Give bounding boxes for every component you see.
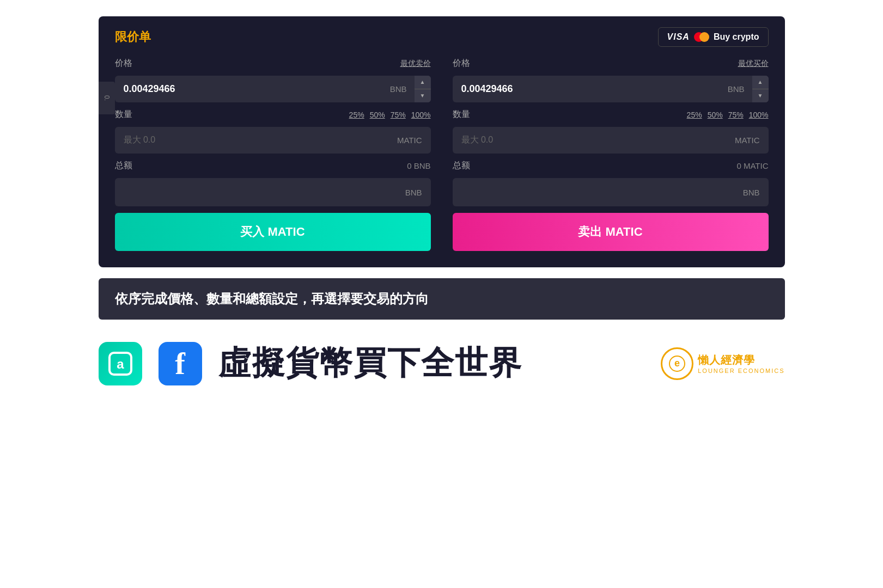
buy-qty-label: 数量 [115, 109, 132, 120]
buy-price-input-row[interactable]: 0.00429466 BNB ▲ ▼ [115, 76, 431, 102]
sell-qty-percentages: 25% 50% 75% 100% [687, 111, 769, 119]
lounger-logo: e 懶人經濟學 LOUNGER ECONOMICS [661, 347, 784, 380]
buy-qty-header: 数量 25% 50% 75% 100% [115, 109, 431, 120]
buy-price-up[interactable]: ▲ [415, 76, 431, 89]
buy-total-input-row[interactable]: BNB [115, 178, 431, 206]
buy-pct-50[interactable]: 50% [370, 111, 385, 119]
buy-crypto-text: Buy crypto [714, 32, 759, 42]
sell-total-value: 0 MATIC [736, 161, 768, 170]
buy-price-header: 价格 最优卖价 [115, 58, 431, 69]
sell-qty-label: 数量 [453, 109, 470, 120]
lounger-circle-svg: e [667, 354, 687, 373]
buy-qty-percentages: 25% 50% 75% 100% [349, 111, 431, 119]
buy-total-label: 总额 [115, 160, 132, 171]
lounger-text-block: 懶人經濟學 LOUNGER ECONOMICS [698, 353, 784, 374]
lounger-icon: e 懶人經濟學 LOUNGER ECONOMICS [661, 347, 784, 380]
lounger-circle: e [661, 347, 693, 380]
buy-total-value: 0 BNB [407, 161, 430, 170]
info-banner: 依序完成價格、數量和總額設定，再選擇要交易的方向 [99, 278, 785, 320]
buy-pct-75[interactable]: 75% [391, 111, 406, 119]
sell-price-value: 0.00429466 [453, 76, 720, 102]
buy-price-down[interactable]: ▼ [415, 89, 431, 102]
trading-panel: 0. 限价单 VISA Buy crypto 价格 最优卖价 [99, 16, 785, 267]
lounger-english: LOUNGER ECONOMICS [698, 367, 784, 374]
app-icon-svg: a [107, 350, 134, 377]
mastercard-right-circle [699, 32, 709, 42]
sell-total-row: 总额 0 MATIC [453, 160, 769, 171]
svg-text:a: a [117, 357, 124, 371]
columns-wrapper: 价格 最优卖价 0.00429466 BNB ▲ ▼ 数量 25% [115, 58, 769, 251]
buy-price-spinner[interactable]: ▲ ▼ [415, 76, 431, 102]
left-tab-text: 0. [103, 95, 111, 101]
buy-crypto-button[interactable]: VISA Buy crypto [658, 27, 769, 47]
sell-total-currency: BNB [743, 188, 760, 197]
fb-letter: f [175, 348, 185, 379]
sell-price-currency: BNB [720, 76, 752, 102]
limit-order-label: 限价单 [115, 29, 151, 45]
buy-column: 价格 最优卖价 0.00429466 BNB ▲ ▼ 数量 25% [115, 58, 431, 251]
buy-qty-input-row[interactable]: 最大 0.0 MATIC [115, 127, 431, 154]
app-icon: a [99, 342, 142, 385]
sell-price-down[interactable]: ▼ [752, 89, 769, 102]
main-container: 0. 限价单 VISA Buy crypto 价格 最优卖价 [0, 0, 883, 402]
buy-matic-button[interactable]: 买入 MATIC [115, 213, 431, 251]
sell-pct-25[interactable]: 25% [687, 111, 702, 119]
mastercard-icon [694, 32, 709, 42]
sell-column: 价格 最优买价 0.00429466 BNB ▲ ▼ 数量 25% [453, 58, 769, 251]
buy-pct-100[interactable]: 100% [411, 111, 431, 119]
facebook-icon: f [159, 342, 202, 385]
sell-qty-header: 数量 25% 50% 75% 100% [453, 109, 769, 120]
best-buy-link[interactable]: 最优买价 [738, 59, 769, 69]
buy-total-currency: BNB [405, 188, 422, 197]
visa-text: VISA [667, 32, 690, 42]
sell-qty-placeholder: 最大 0.0 [461, 134, 494, 146]
info-text: 依序完成價格、數量和總額設定，再選擇要交易的方向 [115, 291, 429, 306]
sell-qty-input-row[interactable]: 最大 0.0 MATIC [453, 127, 769, 154]
svg-text:e: e [674, 358, 680, 369]
sell-price-header: 价格 最优买价 [453, 58, 769, 69]
left-tab: 0. [99, 82, 115, 114]
sell-total-label: 总额 [453, 160, 470, 171]
sell-price-spinner[interactable]: ▲ ▼ [752, 76, 769, 102]
sell-pct-75[interactable]: 75% [728, 111, 744, 119]
bottom-section: a f 虛擬貨幣買下全世界 e 懶人經濟學 LOUNGER ECONOMICS [99, 341, 785, 385]
main-slogan: 虛擬貨幣買下全世界 [218, 341, 522, 385]
buy-pct-25[interactable]: 25% [349, 111, 364, 119]
buy-price-label: 价格 [115, 58, 132, 69]
sell-matic-button[interactable]: 卖出 MATIC [453, 213, 769, 251]
sell-pct-100[interactable]: 100% [749, 111, 769, 119]
sell-price-label: 价格 [453, 58, 470, 69]
sell-qty-currency: MATIC [735, 136, 760, 145]
buy-total-row: 总额 0 BNB [115, 160, 431, 171]
sell-pct-50[interactable]: 50% [708, 111, 723, 119]
buy-qty-currency: MATIC [397, 136, 422, 145]
sell-price-up[interactable]: ▲ [752, 76, 769, 89]
sell-total-input-row[interactable]: BNB [453, 178, 769, 206]
buy-price-currency: BNB [382, 76, 415, 102]
best-sell-link[interactable]: 最优卖价 [400, 59, 431, 69]
sell-price-input-row[interactable]: 0.00429466 BNB ▲ ▼ [453, 76, 769, 102]
lounger-brand: 懶人經濟學 [698, 353, 784, 367]
panel-header: 限价单 VISA Buy crypto [115, 27, 769, 47]
buy-qty-placeholder: 最大 0.0 [124, 134, 156, 146]
buy-price-value: 0.00429466 [115, 76, 382, 102]
